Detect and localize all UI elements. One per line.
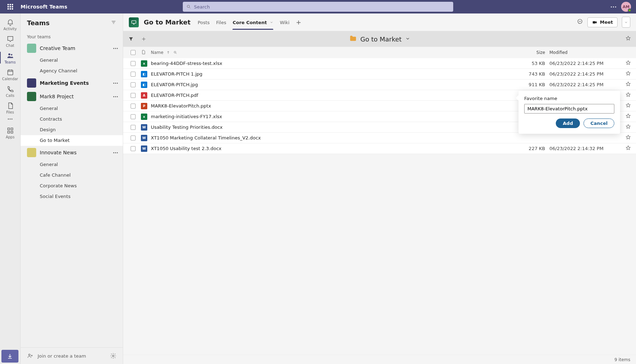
meet-button[interactable]: Meet <box>587 17 618 27</box>
row-checkbox[interactable] <box>131 146 136 151</box>
filter-icon <box>111 20 116 25</box>
team-avatar <box>27 148 36 157</box>
add-icon[interactable] <box>141 36 147 42</box>
rail-calls[interactable]: Calls <box>0 83 20 99</box>
team-name: Mark8 Project <box>40 94 110 99</box>
tab-posts[interactable]: Posts <box>198 15 210 29</box>
file-modified: 06/23/2022 2:14:25 PM <box>549 61 620 66</box>
row-checkbox[interactable] <box>131 72 136 77</box>
rail-chat[interactable]: Chat <box>0 33 20 49</box>
favorite-button[interactable] <box>625 81 631 88</box>
team-name: Marketing Events <box>40 80 110 86</box>
row-checkbox[interactable] <box>131 136 136 140</box>
cancel-button[interactable]: Cancel <box>583 118 614 128</box>
channel-item[interactable]: Contracts <box>21 114 123 125</box>
row-checkbox[interactable] <box>131 114 136 119</box>
row-checkbox[interactable] <box>131 104 136 109</box>
search-box[interactable] <box>183 2 453 12</box>
select-all-checkbox[interactable] <box>131 50 136 55</box>
rail-label: Calls <box>6 94 15 98</box>
team-row[interactable]: Innovate News <box>21 146 123 159</box>
favorite-button[interactable] <box>625 145 631 152</box>
file-row[interactable]: ◧ELEVATOR-PITCH 1.jpg743 KB06/23/2022 2:… <box>123 69 636 79</box>
breadcrumb[interactable]: Go to Market <box>349 34 410 44</box>
file-name: ELEVATOR-PITCH.jpg <box>151 82 517 87</box>
rail-activity[interactable]: Activity <box>0 16 20 32</box>
file-row[interactable]: xbearing-44DDF-stress-test.xlsx53 KB06/2… <box>123 58 636 69</box>
rail-files[interactable]: Files <box>0 100 20 116</box>
join-create-team[interactable]: Join or create a team <box>38 353 86 359</box>
funnel-icon[interactable] <box>128 36 134 42</box>
favorite-button[interactable] <box>625 113 631 120</box>
channel-item[interactable]: Social Events <box>21 191 123 202</box>
svg-point-3 <box>11 54 12 55</box>
rail-teams[interactable]: Teams <box>0 50 20 66</box>
search-column-icon[interactable] <box>173 50 177 55</box>
folder-icon <box>349 34 357 44</box>
file-type-icon <box>141 50 146 55</box>
rail-more[interactable] <box>0 116 20 121</box>
search-input[interactable] <box>194 4 450 10</box>
favorite-button[interactable] <box>625 92 631 99</box>
favorite-button[interactable] <box>625 134 631 141</box>
file-row[interactable]: WXT1050 Usability test 2.3.docx227 KB06/… <box>123 143 636 154</box>
team-row[interactable]: Mark8 Project <box>21 90 123 103</box>
channel-item[interactable]: General <box>21 103 123 114</box>
tab-wiki[interactable]: Wiki <box>280 15 289 29</box>
row-checkbox[interactable] <box>131 82 136 87</box>
add-tab-button[interactable]: + <box>296 18 301 26</box>
file-size: 53 KB <box>517 61 549 66</box>
file-row[interactable]: ◧ELEVATOR-PITCH.jpg911 KB06/23/2022 2:14… <box>123 79 636 90</box>
team-avatar <box>27 92 36 101</box>
favorite-button[interactable] <box>625 124 631 131</box>
team-more-button[interactable] <box>113 48 118 49</box>
phone-icon <box>6 85 14 93</box>
favorite-folder-button[interactable] <box>625 36 631 43</box>
favorite-button[interactable] <box>625 60 631 67</box>
app-launcher[interactable] <box>0 0 21 13</box>
team-row[interactable]: Creative Team <box>21 42 123 55</box>
team-name: Innovate News <box>40 150 110 155</box>
team-more-button[interactable] <box>113 152 118 153</box>
column-name[interactable]: Name <box>151 50 163 55</box>
sidebar-title: Teams <box>27 19 50 27</box>
download-button[interactable] <box>1 350 18 363</box>
channel-item[interactable]: Agency Channel <box>21 66 123 76</box>
channel-item[interactable]: General <box>21 159 123 170</box>
tab-core-content[interactable]: Core Content <box>232 15 273 29</box>
team-avatar <box>27 44 36 53</box>
file-modified: 06/23/2022 2:14:25 PM <box>549 82 620 87</box>
file-type-icon: W <box>141 145 147 152</box>
channel-item[interactable]: General <box>21 55 123 66</box>
file-row[interactable]: WXT1050 Marketing Collateral Timelines_V… <box>123 133 636 143</box>
team-more-button[interactable] <box>113 96 118 97</box>
channel-item[interactable]: Go to Market <box>21 135 123 146</box>
rail-label: Apps <box>6 135 15 139</box>
channel-item[interactable]: Corporate News <box>21 181 123 191</box>
filter-button[interactable] <box>111 20 116 27</box>
sort-asc-icon[interactable] <box>166 50 170 55</box>
tab-files[interactable]: Files <box>216 15 226 29</box>
chevron-down-icon <box>405 36 410 43</box>
rail-calendar[interactable]: Calendar <box>0 66 20 82</box>
favorite-button[interactable] <box>625 71 631 77</box>
meet-dropdown[interactable] <box>622 17 630 28</box>
rail-apps[interactable]: Apps <box>0 125 20 140</box>
gear-icon[interactable] <box>110 353 116 359</box>
channel-item[interactable]: Cafe Channel <box>21 170 123 181</box>
apps-icon <box>6 127 14 134</box>
channel-item[interactable]: Design <box>21 125 123 135</box>
team-more-button[interactable] <box>113 83 118 84</box>
settings-more-icon[interactable] <box>611 6 616 7</box>
favorite-button[interactable] <box>625 103 631 109</box>
column-size[interactable]: Size <box>517 50 549 55</box>
row-checkbox[interactable] <box>131 93 136 98</box>
add-button[interactable]: Add <box>556 118 580 128</box>
conversation-button[interactable] <box>577 18 583 26</box>
favorite-name-input[interactable] <box>524 104 614 114</box>
column-modified[interactable]: Modified <box>549 50 620 55</box>
row-checkbox[interactable] <box>131 125 136 130</box>
team-row[interactable]: Marketing Events <box>21 76 123 90</box>
row-checkbox[interactable] <box>131 61 136 66</box>
avatar[interactable]: AM <box>621 2 631 12</box>
